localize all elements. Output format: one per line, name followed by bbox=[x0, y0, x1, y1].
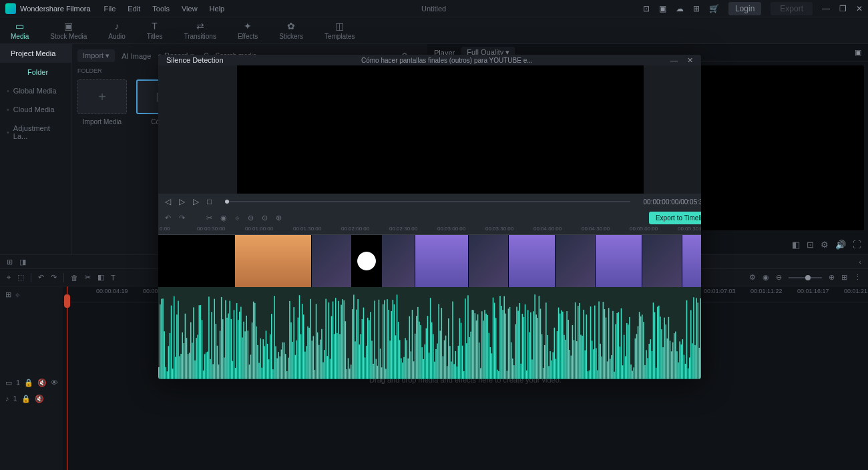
sidebar-item-global[interactable]: Global Media bbox=[0, 81, 71, 100]
tl-opts-icon[interactable]: ⋮ bbox=[854, 273, 861, 282]
play-icon[interactable]: ▷ bbox=[179, 197, 185, 206]
tab-titles[interactable]: TTitles bbox=[136, 18, 174, 43]
apps-icon[interactable]: ⊞ bbox=[693, 4, 700, 13]
tl-text-icon[interactable]: T bbox=[111, 274, 116, 282]
tl-add-track-icon[interactable]: ⊞ bbox=[5, 290, 11, 299]
screen-icon[interactable]: ⊡ bbox=[643, 4, 650, 13]
media-icon: ▭ bbox=[15, 21, 24, 31]
menu-help[interactable]: Help bbox=[210, 5, 225, 13]
sidebar-item-project[interactable]: Project Media bbox=[0, 44, 71, 63]
svg-rect-366 bbox=[667, 338, 668, 379]
tl-delete-icon[interactable]: 🗑 bbox=[71, 274, 78, 282]
pv-zoom-in-icon[interactable]: ⊕ bbox=[276, 214, 282, 222]
cart-icon[interactable]: 🛒 bbox=[709, 4, 719, 13]
tl-grid-icon[interactable]: ⊞ bbox=[841, 273, 847, 282]
dock-panel-icon[interactable]: ◨ bbox=[19, 258, 26, 266]
sidebar-item-adjustment[interactable]: Adjustment La... bbox=[0, 119, 71, 146]
tl-crop-icon[interactable]: ◧ bbox=[97, 273, 104, 282]
ai-image-button[interactable]: AI Image bbox=[122, 52, 151, 60]
lock-icon[interactable]: 🔒 bbox=[21, 395, 31, 403]
menu-edit[interactable]: Edit bbox=[128, 5, 140, 13]
modal-filename: Cómo hacer pantallas finales (outros) pa… bbox=[224, 57, 670, 64]
zoom-slider[interactable] bbox=[789, 277, 822, 278]
preview-filmstrip[interactable] bbox=[158, 235, 701, 287]
player-settings-icon[interactable]: ⚙ bbox=[821, 240, 829, 250]
tab-stickers[interactable]: ✿Stickers bbox=[268, 18, 314, 43]
tab-media[interactable]: ▭Media bbox=[0, 18, 39, 43]
tl-undo-icon[interactable]: ↶ bbox=[38, 273, 44, 282]
preview-ruler[interactable]: 0:00 00:00:30:00 00:01:00:00 00:01:30:00… bbox=[158, 226, 701, 235]
audio-track-icon: ♪ bbox=[5, 395, 9, 403]
pv-zoom-fit-icon[interactable]: ⊙ bbox=[262, 214, 268, 222]
sidebar-item-folder[interactable]: Folder bbox=[0, 63, 71, 81]
sidebar-item-cloud[interactable]: Cloud Media bbox=[0, 100, 71, 119]
player-fullscreen-icon[interactable]: ⛶ bbox=[853, 240, 861, 250]
pv-eye-icon[interactable]: ◉ bbox=[220, 214, 227, 222]
export-to-timeline-button[interactable]: Export to Timeline bbox=[649, 212, 701, 224]
player-clip-icon[interactable]: ◧ bbox=[792, 240, 800, 250]
minimize-icon[interactable]: — bbox=[822, 4, 830, 13]
menu-file[interactable]: File bbox=[104, 5, 116, 13]
playhead[interactable] bbox=[67, 286, 67, 470]
tl-cut-icon[interactable]: ✂ bbox=[85, 273, 91, 282]
import-dropdown[interactable]: Import ▾ bbox=[77, 49, 115, 62]
tl-audio-icon[interactable]: ◉ bbox=[763, 273, 769, 282]
tl-mixer-icon[interactable]: ⚙ bbox=[749, 273, 756, 282]
cloud-icon[interactable]: ☁ bbox=[676, 4, 684, 13]
svg-rect-237 bbox=[487, 315, 488, 379]
eye-icon[interactable]: 👁 bbox=[51, 379, 58, 387]
tl-redo-icon[interactable]: ↷ bbox=[51, 273, 57, 282]
phone-icon[interactable]: ▣ bbox=[659, 4, 666, 13]
maximize-icon[interactable]: ❐ bbox=[839, 4, 847, 13]
snapshot-icon[interactable]: ▣ bbox=[855, 48, 861, 57]
stop-icon[interactable]: □ bbox=[207, 197, 212, 206]
svg-rect-339 bbox=[629, 317, 630, 379]
pv-link-icon[interactable]: ⟐ bbox=[235, 214, 240, 222]
svg-rect-6 bbox=[165, 367, 166, 379]
svg-rect-337 bbox=[626, 323, 628, 379]
svg-rect-36 bbox=[207, 352, 208, 379]
svg-rect-341 bbox=[632, 371, 633, 379]
close-icon[interactable]: ✕ bbox=[856, 4, 863, 13]
lock-icon[interactable]: 🔒 bbox=[24, 379, 33, 387]
tab-transitions[interactable]: ⇄Transitions bbox=[173, 18, 227, 43]
svg-rect-261 bbox=[520, 364, 521, 379]
tab-templates[interactable]: ◫Templates bbox=[314, 18, 366, 43]
modal-close-icon[interactable]: ✕ bbox=[687, 56, 693, 65]
modal-minimize-icon[interactable]: — bbox=[670, 56, 678, 65]
waveform[interactable] bbox=[158, 287, 701, 379]
templates-icon: ◫ bbox=[335, 21, 344, 31]
tab-stock-media[interactable]: ▣Stock Media bbox=[39, 18, 97, 43]
preview-scrubber[interactable] bbox=[225, 201, 630, 202]
player-display-icon[interactable]: ⊡ bbox=[807, 240, 814, 250]
tab-effects[interactable]: ✦Effects bbox=[227, 18, 268, 43]
player-volume-icon[interactable]: 🔊 bbox=[835, 240, 846, 250]
menu-view[interactable]: View bbox=[182, 5, 198, 13]
asset-tabs: ▭Media ▣Stock Media ♪Audio TTitles ⇄Tran… bbox=[0, 17, 868, 44]
dock-collapse-icon[interactable]: ‹ bbox=[859, 258, 861, 266]
export-button[interactable]: Export bbox=[771, 2, 813, 15]
pv-zoom-out-icon[interactable]: ⊖ bbox=[248, 214, 254, 222]
tl-link-icon[interactable]: ⟐ bbox=[15, 290, 20, 298]
pv-undo-icon[interactable]: ↶ bbox=[165, 214, 171, 222]
import-media-tile[interactable]: + Import Media bbox=[77, 79, 127, 126]
prev-frame-icon[interactable]: ◁ bbox=[165, 197, 171, 206]
tl-cursor-icon[interactable]: ⌖ bbox=[7, 273, 11, 282]
svg-rect-270 bbox=[533, 312, 534, 379]
tab-audio[interactable]: ♪Audio bbox=[97, 18, 136, 43]
svg-rect-20 bbox=[185, 314, 186, 379]
svg-rect-65 bbox=[248, 331, 249, 379]
tl-zoom-in-icon[interactable]: ⊕ bbox=[829, 273, 835, 282]
svg-rect-343 bbox=[635, 338, 636, 379]
login-button[interactable]: Login bbox=[728, 2, 761, 15]
next-frame-icon[interactable]: ▷ bbox=[193, 197, 199, 206]
tl-select-icon[interactable]: ⬚ bbox=[17, 273, 24, 282]
menu-tools[interactable]: Tools bbox=[152, 5, 170, 13]
pv-redo-icon[interactable]: ↷ bbox=[179, 214, 185, 222]
svg-rect-218 bbox=[461, 323, 462, 379]
mute-icon[interactable]: 🔇 bbox=[35, 395, 44, 403]
mute-icon[interactable]: 🔇 bbox=[37, 379, 47, 387]
dock-layout-icon[interactable]: ⊞ bbox=[7, 258, 13, 266]
pv-cut-icon[interactable]: ✂ bbox=[206, 214, 212, 222]
tl-zoom-out-icon[interactable]: ⊖ bbox=[776, 273, 782, 282]
